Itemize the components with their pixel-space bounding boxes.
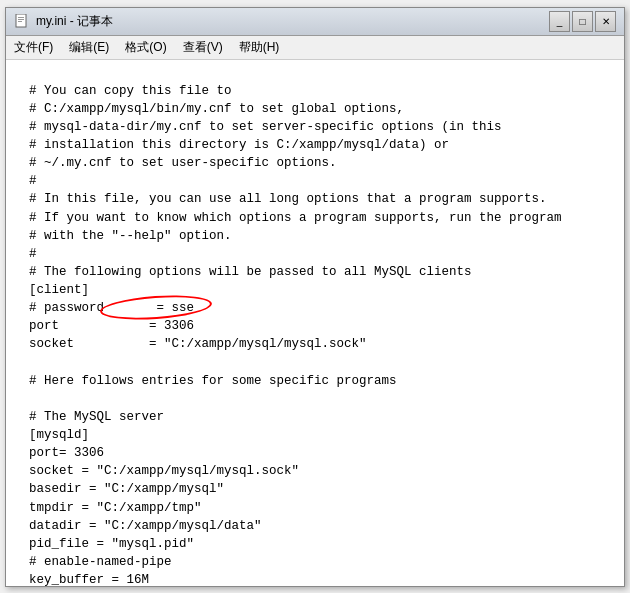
- text-line: socket = "C:/xampp/mysql/mysql.sock": [29, 335, 624, 353]
- text-line: # Here follows entries for some specific…: [29, 372, 624, 390]
- svg-rect-0: [16, 14, 26, 27]
- app-icon: [14, 13, 30, 29]
- text-line: port= 3306: [29, 444, 624, 462]
- text-line: [29, 354, 624, 372]
- text-line: [mysqld]: [29, 426, 624, 444]
- text-line: port = 3306: [29, 317, 624, 335]
- text-line: # In this file, you can use all long opt…: [29, 190, 624, 208]
- text-line: pid_file = "mysql.pid": [29, 535, 624, 553]
- svg-rect-3: [18, 21, 22, 22]
- text-line: # enable-named-pipe: [29, 553, 624, 571]
- menu-item[interactable]: 查看(V): [175, 38, 231, 57]
- text-line: # The following options will be passed t…: [29, 263, 624, 281]
- window-title: my.ini - 记事本: [36, 13, 113, 30]
- text-line: tmpdir = "C:/xampp/tmp": [29, 499, 624, 517]
- text-line: # C:/xampp/mysql/bin/my.cnf to set globa…: [29, 100, 624, 118]
- maximize-button[interactable]: □: [572, 11, 593, 32]
- text-line: datadir = "C:/xampp/mysql/data": [29, 517, 624, 535]
- svg-rect-1: [18, 17, 24, 18]
- close-button[interactable]: ✕: [595, 11, 616, 32]
- menu-item[interactable]: 文件(F): [6, 38, 61, 57]
- text-line: # installation this directory is C:/xamp…: [29, 136, 624, 154]
- menu-item[interactable]: 帮助(H): [231, 38, 288, 57]
- notepad-window: my.ini - 记事本 _ □ ✕ 文件(F)编辑(E)格式(O)查看(V)帮…: [5, 7, 625, 587]
- menu-bar: 文件(F)编辑(E)格式(O)查看(V)帮助(H): [6, 36, 624, 60]
- text-line: [client]: [29, 281, 624, 299]
- text-line: #: [29, 245, 624, 263]
- text-line: [29, 390, 624, 408]
- text-line: basedir = "C:/xampp/mysql": [29, 480, 624, 498]
- text-line: #: [29, 172, 624, 190]
- text-content[interactable]: # You can copy this file to# C:/xampp/my…: [6, 60, 624, 586]
- title-bar: my.ini - 记事本 _ □ ✕: [6, 8, 624, 36]
- text-line: # You can copy this file to: [29, 82, 624, 100]
- menu-item[interactable]: 格式(O): [117, 38, 174, 57]
- menu-item[interactable]: 编辑(E): [61, 38, 117, 57]
- svg-rect-2: [18, 19, 24, 20]
- text-line: # password = sse: [29, 299, 624, 317]
- text-line: # The MySQL server: [29, 408, 624, 426]
- text-line: # with the "--help" option.: [29, 227, 624, 245]
- text-line: # ~/.my.cnf to set user-specific options…: [29, 154, 624, 172]
- text-line: socket = "C:/xampp/mysql/mysql.sock": [29, 462, 624, 480]
- text-line: # mysql-data-dir/my.cnf to set server-sp…: [29, 118, 624, 136]
- minimize-button[interactable]: _: [549, 11, 570, 32]
- text-line: # If you want to know which options a pr…: [29, 209, 624, 227]
- window-controls[interactable]: _ □ ✕: [549, 11, 616, 32]
- text-line: key_buffer = 16M: [29, 571, 624, 586]
